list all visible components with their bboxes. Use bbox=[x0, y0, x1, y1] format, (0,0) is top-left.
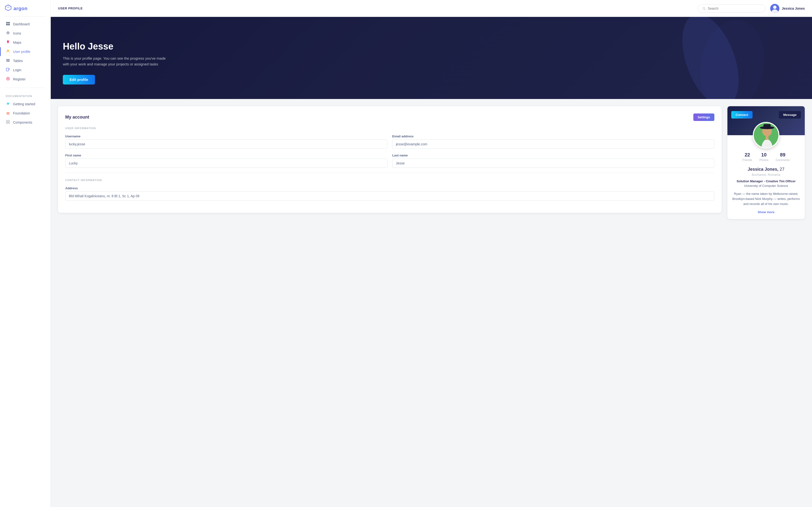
settings-button[interactable]: Settings bbox=[693, 113, 714, 121]
sidebar-item-getting-started[interactable]: Getting started bbox=[2, 100, 48, 109]
address-label: Address bbox=[65, 186, 714, 190]
svg-rect-8 bbox=[6, 59, 10, 60]
comments-count: 89 bbox=[776, 152, 790, 158]
sidebar-nav: Dashboard Icons Maps User profile Tables bbox=[0, 19, 51, 84]
email-field-group: Email address bbox=[392, 134, 714, 149]
account-card: My account Settings USER INFORMATION Use… bbox=[58, 106, 722, 213]
profile-university: University of Computer Science bbox=[732, 184, 800, 187]
register-icon bbox=[6, 77, 10, 81]
documentation-section-label: DOCUMENTATION bbox=[0, 91, 51, 100]
tables-icon bbox=[6, 58, 10, 63]
svg-rect-24 bbox=[766, 135, 768, 140]
svg-rect-11 bbox=[6, 68, 9, 71]
sidebar-item-label: Getting started bbox=[13, 102, 35, 106]
svg-point-5 bbox=[7, 32, 8, 33]
sidebar-item-tables[interactable]: Tables bbox=[2, 56, 48, 65]
cards-row: My account Settings USER INFORMATION Use… bbox=[51, 99, 812, 226]
profile-name: Jessica Jones, 27 bbox=[732, 167, 800, 172]
profile-role: Solution Manager - Creative Tim Officer bbox=[732, 179, 800, 183]
contact-info-section-label: CONTACT INFORMATION bbox=[65, 179, 714, 181]
page-content: Hello Jesse This is your profile page. Y… bbox=[51, 17, 812, 507]
edit-profile-button[interactable]: Edit profile bbox=[63, 75, 95, 84]
user-menu[interactable]: Jessica Jones bbox=[770, 4, 805, 13]
maps-icon bbox=[6, 40, 10, 45]
dashboard-icon bbox=[6, 22, 10, 26]
logo-icon bbox=[5, 4, 12, 12]
form-row-fullname: First name Last name bbox=[65, 154, 714, 168]
main-content: USER PROFILE Jessica Jones bbox=[51, 0, 812, 507]
email-input[interactable] bbox=[392, 139, 714, 149]
hero-subtitle: This is your profile page. You can see t… bbox=[63, 56, 169, 67]
sidebar-item-icons[interactable]: Icons bbox=[2, 29, 48, 38]
sidebar-item-user-profile[interactable]: User profile bbox=[2, 47, 48, 56]
getting-started-icon bbox=[6, 102, 10, 107]
message-button[interactable]: Message bbox=[779, 111, 801, 119]
lastname-label: Last name bbox=[392, 154, 714, 157]
components-icon bbox=[6, 120, 10, 125]
sidebar: argon Dashboard Icons Maps User profile bbox=[0, 0, 51, 507]
hero-banner: Hello Jesse This is your profile page. Y… bbox=[51, 17, 812, 99]
show-more-link[interactable]: Show more bbox=[758, 210, 774, 214]
profile-action-buttons: Connect Message bbox=[727, 109, 805, 121]
search-bar[interactable] bbox=[698, 4, 765, 12]
hero-content: Hello Jesse This is your profile page. Y… bbox=[63, 41, 169, 84]
profile-avatar bbox=[753, 122, 779, 149]
svg-rect-14 bbox=[8, 120, 10, 122]
search-input[interactable] bbox=[708, 6, 761, 10]
friends-count: 22 bbox=[743, 152, 752, 158]
username-input[interactable] bbox=[65, 139, 388, 149]
friends-label: Friends bbox=[743, 158, 752, 162]
user-icon bbox=[6, 49, 10, 54]
logo-text: argon bbox=[13, 6, 28, 11]
sidebar-item-login[interactable]: Login bbox=[2, 65, 48, 74]
doc-nav: Getting started Foundation Components bbox=[0, 100, 51, 127]
sidebar-item-label: Dashboard bbox=[13, 22, 30, 26]
logo[interactable]: argon bbox=[0, 0, 51, 16]
svg-point-7 bbox=[7, 50, 9, 51]
firstname-input[interactable] bbox=[65, 159, 388, 168]
address-field-group: Address bbox=[65, 186, 714, 201]
sidebar-item-foundation[interactable]: Foundation bbox=[2, 109, 48, 118]
firstname-label: First name bbox=[65, 154, 388, 157]
lastname-input[interactable] bbox=[392, 159, 714, 168]
sidebar-item-maps[interactable]: Maps bbox=[2, 38, 48, 47]
svg-rect-2 bbox=[6, 24, 8, 25]
sidebar-divider-2 bbox=[5, 88, 46, 88]
username-field-group: Username bbox=[65, 134, 388, 149]
sidebar-item-label: Icons bbox=[13, 32, 21, 35]
sidebar-item-label: Components bbox=[13, 120, 32, 124]
profile-bio: Ryan — the name taken by Melbourne-raise… bbox=[732, 191, 800, 207]
firstname-field-group: First name bbox=[65, 154, 388, 168]
account-card-header: My account Settings bbox=[65, 113, 714, 121]
svg-rect-3 bbox=[8, 24, 10, 25]
login-icon bbox=[6, 68, 10, 72]
profile-card: Connect Message bbox=[727, 106, 805, 219]
sidebar-item-label: Maps bbox=[13, 41, 21, 44]
sidebar-item-components[interactable]: Components bbox=[2, 118, 48, 127]
profile-stats: 22 Friends 10 Photos 89 Comments bbox=[732, 152, 800, 162]
svg-rect-23 bbox=[763, 124, 771, 128]
sidebar-item-dashboard[interactable]: Dashboard bbox=[2, 19, 48, 29]
lastname-field-group: Last name bbox=[392, 154, 714, 168]
photos-stat: 10 Photos bbox=[759, 152, 768, 162]
svg-rect-9 bbox=[6, 60, 10, 61]
sidebar-item-label: User profile bbox=[13, 50, 31, 54]
profile-card-banner: Connect Message bbox=[727, 106, 805, 135]
sidebar-item-label: Register bbox=[13, 77, 26, 81]
user-info-section-label: USER INFORMATION bbox=[65, 127, 714, 130]
svg-rect-0 bbox=[6, 22, 8, 23]
address-input[interactable] bbox=[65, 191, 714, 201]
svg-point-19 bbox=[773, 6, 776, 9]
topbar: USER PROFILE Jessica Jones bbox=[51, 0, 812, 17]
svg-rect-10 bbox=[6, 61, 10, 62]
svg-rect-16 bbox=[8, 122, 10, 124]
photos-count: 10 bbox=[759, 152, 768, 158]
sidebar-item-label: Tables bbox=[13, 59, 23, 63]
sidebar-item-register[interactable]: Register bbox=[2, 74, 48, 84]
connect-button[interactable]: Connect bbox=[731, 111, 753, 119]
svg-rect-1 bbox=[8, 22, 10, 23]
svg-rect-15 bbox=[6, 122, 8, 124]
account-card-title: My account bbox=[65, 115, 89, 120]
comments-stat: 89 Comments bbox=[776, 152, 790, 162]
comments-label: Comments bbox=[776, 158, 790, 162]
